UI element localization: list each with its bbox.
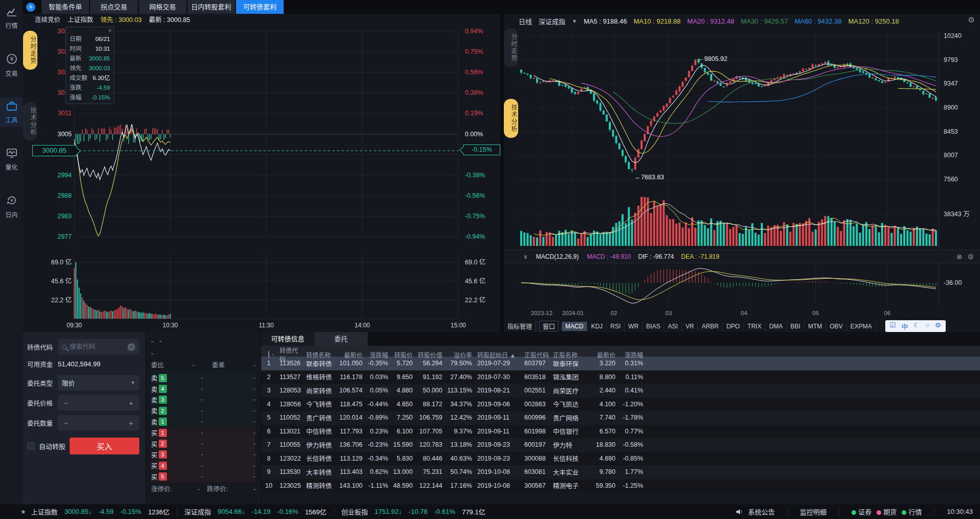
- book-row-buy2[interactable]: 买 2 - -: [151, 438, 255, 449]
- book-row-buy1[interactable]: 买 1 - -: [151, 427, 255, 438]
- check-icon[interactable]: ☑: [890, 321, 896, 331]
- indicator-BIAS[interactable]: BIAS: [643, 322, 664, 331]
- table-row[interactable]: 2113527维格转债116.1780.03%9.65091.19227.40%…: [261, 370, 980, 384]
- auto-convert-checkbox[interactable]: [27, 442, 35, 450]
- column-header[interactable]: 转股价值: [415, 350, 444, 359]
- monitor-detail[interactable]: 监控明细: [800, 507, 826, 516]
- tab-智能条件单[interactable]: 智能条件单: [41, 0, 89, 14]
- indicator-OBV[interactable]: OBV: [826, 322, 846, 331]
- chevron-down-icon[interactable]: ▼: [572, 18, 577, 24]
- book-row-sell5[interactable]: 卖 5 - -: [151, 372, 255, 383]
- column-header[interactable]: 溢价率: [444, 350, 474, 359]
- column-header[interactable]: 涨跌幅: [617, 350, 645, 359]
- indicator-TRIX[interactable]: TRIX: [744, 322, 765, 331]
- index-name[interactable]: 深证成指: [539, 16, 565, 26]
- order-qty-stepper[interactable]: − +: [58, 415, 139, 430]
- book-row-buy3[interactable]: 买 3 - -: [151, 449, 255, 460]
- gear-icon[interactable]: ⚙: [968, 15, 975, 25]
- indicator-DMA[interactable]: DMA: [765, 322, 787, 331]
- table-row[interactable]: 6113021中信转债117.7930.23%6.100107.7059.37%…: [261, 425, 980, 439]
- tab-可转债套利[interactable]: 可转债套利: [236, 0, 284, 14]
- table-cell: 2019-09-23: [474, 455, 521, 462]
- sidebar-item-行情[interactable]: 行情: [0, 3, 23, 33]
- order-type-select[interactable]: 限价 ▼: [58, 375, 139, 390]
- index-quote-深证成指[interactable]: 深证成指9054.66↓ -14.19-0.16%1569亿: [184, 507, 327, 516]
- tab-网格交易[interactable]: 网格交易: [139, 0, 186, 14]
- plus-button[interactable]: +: [127, 419, 135, 427]
- side-tab-技术分析[interactable]: 技术分析: [504, 99, 518, 138]
- search-icon[interactable]: [268, 350, 269, 359]
- indicator-BBI[interactable]: BBI: [787, 322, 804, 331]
- window-button[interactable]: 窗口: [539, 321, 559, 331]
- indicator-DPO[interactable]: DPO: [723, 322, 744, 331]
- table-row[interactable]: 10123025精测转债143.100-1.11%48.590122.14417…: [261, 479, 980, 493]
- pin-icon[interactable]: ★: [20, 508, 26, 515]
- contrast-icon[interactable]: ○: [925, 321, 929, 331]
- tab-日内转股套利[interactable]: 日内转股套利: [187, 0, 235, 14]
- table-row[interactable]: 9113530大丰转债113.4030.62%13.00075.23150.74…: [261, 465, 980, 479]
- table-tabs: 可转债信息委托: [261, 332, 980, 346]
- sidebar-item-工具[interactable]: 工具: [0, 97, 23, 127]
- tooltip-close-icon[interactable]: ×: [108, 27, 112, 34]
- book-row-sell1[interactable]: 卖 1 - -: [151, 417, 255, 427]
- side-tab-分时走势[interactable]: 分时走势: [504, 28, 518, 67]
- column-header[interactable]: 转债名称: [303, 350, 333, 359]
- indicator-MACD[interactable]: MACD: [562, 322, 587, 331]
- tab-拐点交易[interactable]: 拐点交易: [90, 0, 138, 14]
- indicator-KDJ[interactable]: KDJ: [587, 322, 607, 331]
- add-tab-button[interactable]: +: [26, 3, 35, 12]
- column-header[interactable]: 最新价: [333, 350, 365, 359]
- sidebar-item-交易[interactable]: ¥ 交易: [0, 50, 23, 80]
- index-quote-创业板指[interactable]: 创业板指1751.92↓ -10.78-0.61%779.1亿: [342, 507, 485, 516]
- plus-button[interactable]: +: [127, 399, 135, 407]
- minus-button[interactable]: −: [62, 419, 70, 427]
- table-row[interactable]: 5110052贵广转债120.014-0.89%7.250106.75912.4…: [261, 411, 980, 425]
- zh-icon[interactable]: 中: [902, 321, 908, 331]
- book-row-buy4[interactable]: 买 4 - -: [151, 460, 255, 471]
- tab-委托[interactable]: 委托: [314, 332, 368, 346]
- daily-chart[interactable]: 102409793934789008453800775602023-122024…: [519, 28, 980, 332]
- close-pane-icon[interactable]: ⊗: [956, 253, 963, 261]
- book-row-buy5[interactable]: 买 5 - -: [151, 471, 255, 482]
- gear-icon[interactable]: ⚙: [935, 321, 941, 331]
- indicator-ASI[interactable]: ASI: [664, 322, 681, 331]
- table-row[interactable]: 7110055伊力转债136.706-0.23%15.590120.78313.…: [261, 438, 980, 452]
- book-row-sell3[interactable]: 卖 3 - -: [151, 395, 255, 405]
- indicator-ARBR[interactable]: ARBR: [698, 322, 722, 331]
- indicator-manage[interactable]: 指标管理: [504, 321, 536, 331]
- collapse-icon[interactable]: ∨: [523, 253, 528, 260]
- column-header[interactable]: 转股起始日 ▲: [474, 350, 521, 359]
- index-quote-上证指数[interactable]: 上证指数3000.85↓ -4.59-0.15%1236亿: [31, 507, 169, 516]
- book-row-sell4[interactable]: 卖 4 - -: [151, 383, 255, 394]
- search-input[interactable]: [70, 343, 127, 350]
- gear-icon[interactable]: ⚙: [967, 253, 974, 261]
- column-header[interactable]: 正股名称: [550, 350, 587, 359]
- tab-可转债信息[interactable]: 可转债信息: [261, 332, 314, 346]
- indicator-EXPMA[interactable]: EXPMA: [847, 322, 876, 331]
- book-row-sell2[interactable]: 卖 2 - -: [151, 405, 255, 416]
- moon-icon[interactable]: ☾: [914, 321, 920, 331]
- table-row[interactable]: 4128056今飞转债118.475-0.44%4.65088.17234.37…: [261, 398, 980, 411]
- indicator-RSI[interactable]: RSI: [607, 322, 625, 331]
- sidebar-item-日内[interactable]: ¥ 日内: [0, 192, 23, 221]
- column-header[interactable]: 转股价: [390, 350, 415, 359]
- sidebar-item-量化[interactable]: 量化: [0, 144, 23, 174]
- column-header[interactable]: 最新价: [587, 350, 617, 359]
- indicator-WR[interactable]: WR: [625, 322, 643, 331]
- indicator-MTM[interactable]: MTM: [804, 322, 826, 331]
- period-label[interactable]: 日线: [519, 16, 532, 26]
- order-price-stepper[interactable]: − +: [58, 395, 139, 410]
- table-row[interactable]: 3128053尚荣转债106.5740.05%4.88050.000113.15…: [261, 384, 980, 398]
- book-price: -: [169, 462, 235, 469]
- column-header[interactable]: 涨跌幅: [365, 350, 390, 359]
- minus-button[interactable]: −: [62, 399, 70, 407]
- indicator-VR[interactable]: VR: [682, 322, 698, 331]
- bond-code-search[interactable]: ×: [58, 339, 139, 355]
- buy-button[interactable]: 买入: [70, 438, 139, 454]
- side-tab-分时走势[interactable]: 分时走势: [23, 31, 37, 70]
- side-tab-技术分析[interactable]: 技术分析: [23, 102, 37, 141]
- column-header[interactable]: 正股代码: [521, 350, 550, 359]
- table-row[interactable]: 8123022长信转债113.129-0.34%5.83080.44640.63…: [261, 452, 980, 466]
- system-announcement[interactable]: 系统公告: [748, 507, 775, 516]
- clear-icon[interactable]: ×: [127, 343, 135, 351]
